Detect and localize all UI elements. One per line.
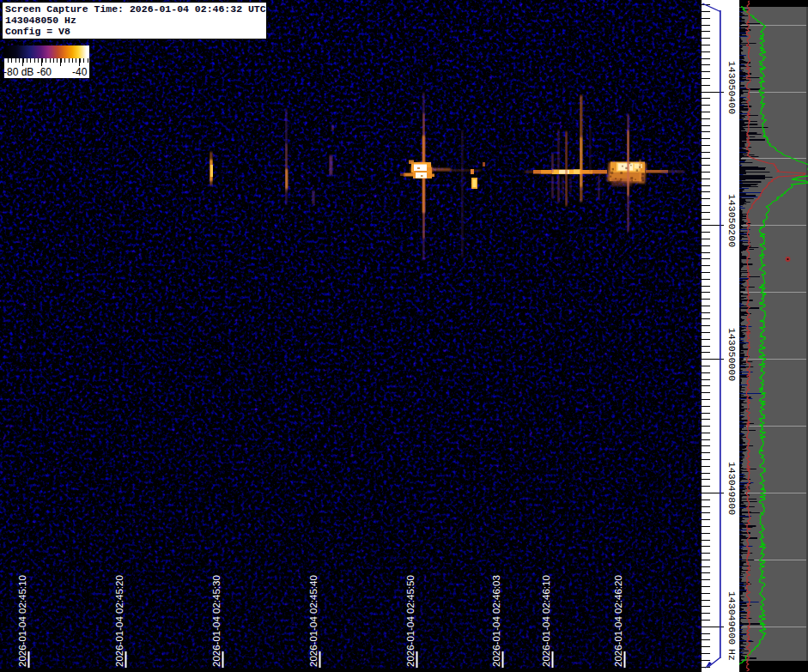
- svg-text:2026-01-04 02:45:40: 2026-01-04 02:45:40: [308, 575, 319, 667]
- svg-text:143050400: 143050400: [726, 61, 738, 114]
- svg-text:2026-01-04 02:45:10: 2026-01-04 02:45:10: [17, 575, 27, 667]
- svg-text:143049800: 143049800: [726, 462, 738, 515]
- svg-text:2026-01-04 02:46:20: 2026-01-04 02:46:20: [613, 575, 623, 667]
- svg-text:2026-01-04 02:45:20: 2026-01-04 02:45:20: [114, 575, 125, 667]
- svg-text:2026-01-04 02:46:03: 2026-01-04 02:46:03: [491, 575, 501, 667]
- svg-text:2026-01-04 02:45:50: 2026-01-04 02:45:50: [405, 575, 416, 667]
- svg-text:143050200: 143050200: [726, 194, 738, 247]
- svg-text:Hz: Hz: [726, 649, 738, 661]
- svg-text:-80 dB -60: -80 dB -60: [4, 66, 52, 78]
- svg-text:2026-01-04 02:45:30: 2026-01-04 02:45:30: [211, 575, 222, 667]
- svg-text:2026-01-04 02:46:10: 2026-01-04 02:46:10: [541, 575, 551, 667]
- svg-text:143049600: 143049600: [726, 591, 738, 645]
- svg-text:143050000: 143050000: [726, 328, 738, 381]
- svg-text:-40: -40: [72, 66, 88, 78]
